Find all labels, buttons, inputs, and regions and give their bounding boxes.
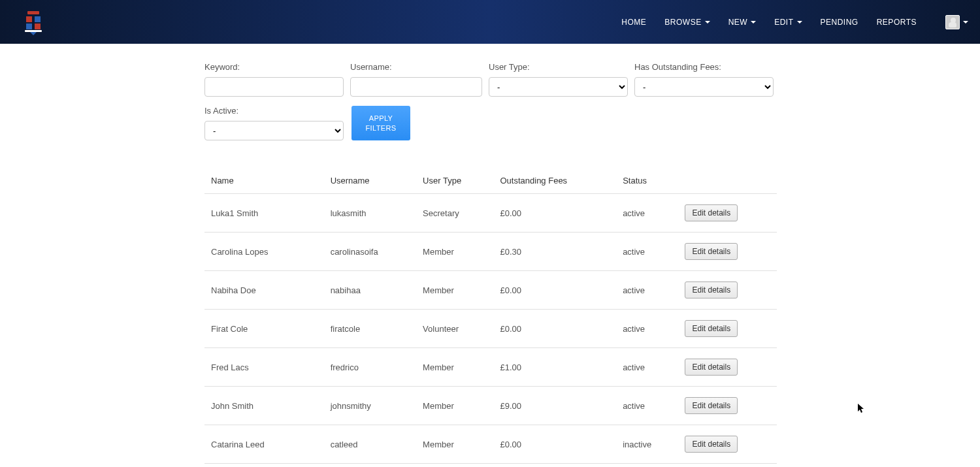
usertype-label: User Type: — [489, 62, 628, 72]
cell-name: Carolina Lopes — [204, 233, 324, 271]
chevron-down-icon — [705, 21, 710, 24]
cell-status: inactive — [616, 425, 678, 464]
cell-name: Firat Cole — [204, 310, 324, 348]
edit-details-button[interactable]: Edit details — [685, 397, 738, 414]
nav-label: BROWSE — [664, 18, 701, 27]
col-header-status: Status — [616, 168, 678, 194]
table-row: Catarina LeedcatleedMember£0.00inactiveE… — [204, 425, 777, 464]
cell-fees: £1.00 — [494, 348, 617, 387]
mouse-cursor-icon — [858, 404, 866, 414]
svg-rect-0 — [27, 11, 39, 14]
cell-status: active — [616, 348, 678, 387]
avatar-icon — [945, 15, 960, 29]
cell-name: Luka1 Smith — [204, 194, 324, 233]
cell-usertype: Member — [416, 233, 493, 271]
table-row: Luka1 SmithlukasmithSecretary£0.00active… — [204, 194, 777, 233]
cell-username: fredrico — [324, 348, 416, 387]
user-menu[interactable] — [945, 15, 968, 29]
nav-pending[interactable]: PENDING — [811, 11, 868, 33]
svg-rect-3 — [26, 24, 32, 29]
cell-status: active — [616, 233, 678, 271]
table-row: Angela CranworthangelinacranMember£0.00a… — [204, 464, 777, 468]
apply-filters-button[interactable]: APPLY FILTERS — [351, 106, 410, 140]
cell-username: catleed — [324, 425, 416, 464]
keyword-label: Keyword: — [204, 62, 344, 72]
nav-label: EDIT — [774, 18, 793, 27]
cell-fees: £0.00 — [494, 425, 617, 464]
edit-details-button[interactable]: Edit details — [685, 243, 738, 260]
svg-rect-1 — [26, 16, 32, 22]
cell-status: active — [616, 310, 678, 348]
users-table: Name Username User Type Outstanding Fees… — [204, 168, 777, 467]
nav-label: PENDING — [821, 18, 858, 27]
col-header-fees: Outstanding Fees — [494, 168, 617, 194]
cell-fees: £0.00 — [494, 464, 617, 468]
cell-name: Angela Cranworth — [204, 464, 324, 468]
cell-status: active — [616, 387, 678, 425]
site-logo[interactable] — [20, 8, 47, 36]
edit-details-button[interactable]: Edit details — [685, 320, 738, 337]
cell-usertype: Member — [416, 348, 493, 387]
chevron-down-icon — [797, 21, 802, 24]
edit-details-button[interactable]: Edit details — [685, 204, 738, 221]
cell-usertype: Member — [416, 387, 493, 425]
cell-username: lukasmith — [324, 194, 416, 233]
nav-reports[interactable]: REPORTS — [868, 11, 926, 33]
edit-details-button[interactable]: Edit details — [685, 282, 738, 298]
fees-label: Has Outstanding Fees: — [634, 62, 774, 72]
cell-status: active — [616, 271, 678, 310]
svg-rect-2 — [35, 16, 41, 22]
cell-username: firatcole — [324, 310, 416, 348]
usertype-select[interactable]: - — [489, 77, 628, 97]
col-header-name: Name — [204, 168, 324, 194]
cell-usertype: Member — [416, 425, 493, 464]
table-row: John SmithjohnsmithyMember£9.00activeEdi… — [204, 387, 777, 425]
cell-username: nabihaa — [324, 271, 416, 310]
cell-fees: £0.30 — [494, 233, 617, 271]
cell-fees: £0.00 — [494, 310, 617, 348]
nav-new[interactable]: NEW — [719, 11, 766, 33]
active-select[interactable]: - — [204, 121, 344, 140]
svg-rect-5 — [25, 30, 42, 32]
cell-name: Catarina Leed — [204, 425, 324, 464]
cell-username: carolinasoifa — [324, 233, 416, 271]
active-label: Is Active: — [204, 106, 344, 116]
nav-menu: HOMEBROWSENEWEDITPENDINGREPORTS — [612, 11, 926, 33]
cell-usertype: Member — [416, 464, 493, 468]
table-row: Firat ColefiratcoleVolunteer£0.00activeE… — [204, 310, 777, 348]
cell-fees: £0.00 — [494, 271, 617, 310]
chevron-down-icon — [963, 21, 968, 24]
nav-browse[interactable]: BROWSE — [655, 11, 719, 33]
nav-label: NEW — [728, 18, 748, 27]
nav-edit[interactable]: EDIT — [765, 11, 811, 33]
table-row: Fred LacsfredricoMember£1.00activeEdit d… — [204, 348, 777, 387]
chevron-down-icon — [751, 21, 756, 24]
cell-fees: £0.00 — [494, 194, 617, 233]
edit-details-button[interactable]: Edit details — [685, 359, 738, 376]
cell-fees: £9.00 — [494, 387, 617, 425]
cell-usertype: Volunteer — [416, 310, 493, 348]
cell-name: Nabiha Doe — [204, 271, 324, 310]
fees-select[interactable]: - — [634, 77, 774, 97]
svg-rect-4 — [35, 24, 41, 29]
cell-name: Fred Lacs — [204, 348, 324, 387]
nav-label: HOME — [621, 18, 646, 27]
filter-row-2: Is Active: - APPLY FILTERS — [204, 106, 776, 140]
col-header-username: Username — [324, 168, 416, 194]
keyword-input[interactable] — [204, 77, 344, 97]
cell-status: active — [616, 464, 678, 468]
cell-name: John Smith — [204, 387, 324, 425]
cell-status: active — [616, 194, 678, 233]
cell-username: angelinacran — [324, 464, 416, 468]
cell-username: johnsmithy — [324, 387, 416, 425]
username-input[interactable] — [350, 77, 482, 97]
table-row: Nabiha DoenabihaaMember£0.00activeEdit d… — [204, 271, 777, 310]
table-row: Carolina LopescarolinasoifaMember£0.30ac… — [204, 233, 777, 271]
nav-home[interactable]: HOME — [612, 11, 655, 33]
cell-usertype: Secretary — [416, 194, 493, 233]
navbar: HOMEBROWSENEWEDITPENDINGREPORTS — [0, 0, 980, 44]
cell-usertype: Member — [416, 271, 493, 310]
username-label: Username: — [350, 62, 482, 72]
edit-details-button[interactable]: Edit details — [685, 436, 738, 453]
col-header-usertype: User Type — [416, 168, 493, 194]
